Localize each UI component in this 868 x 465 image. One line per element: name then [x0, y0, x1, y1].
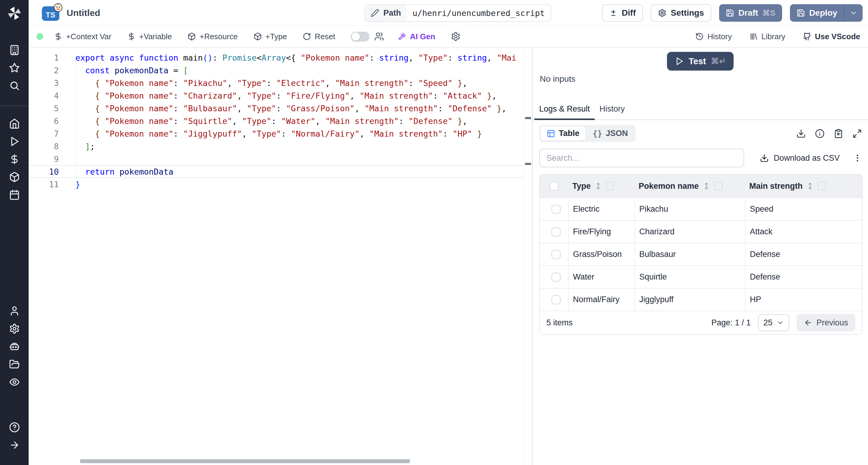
column-filter-toggle[interactable]	[714, 182, 722, 190]
sidebar-item-eye[interactable]	[9, 376, 20, 388]
select-all-checkbox[interactable]	[550, 181, 558, 191]
multiplayer-toggle[interactable]	[351, 32, 370, 41]
add-resource-button[interactable]: +Resource	[187, 32, 238, 41]
row-checkbox[interactable]	[552, 250, 561, 259]
sidebar-lower-group	[9, 299, 20, 394]
gear-icon	[451, 32, 461, 41]
history-icon	[695, 32, 704, 41]
row-checkbox[interactable]	[552, 272, 561, 282]
github-icon	[803, 32, 811, 41]
view-json-button[interactable]: {} JSON	[587, 126, 634, 141]
tab-history[interactable]: History	[595, 101, 629, 120]
code-line-6[interactable]: 6 { "Pokemon name": "Squirtle", "Type": …	[29, 115, 524, 127]
download-icon[interactable]	[796, 129, 806, 138]
view-toggle-row: Table {} JSON	[539, 125, 862, 142]
view-table-button[interactable]: Table	[541, 126, 586, 141]
line-number: 11	[29, 180, 59, 189]
column-filter-toggle[interactable]	[818, 182, 826, 190]
add-variable-button[interactable]: +Variable	[127, 32, 172, 41]
table-row[interactable]: Normal/FairyJigglypuffHP	[540, 288, 862, 311]
sidebar-item-gear[interactable]	[9, 323, 20, 335]
sidebar-item-user[interactable]	[9, 305, 20, 317]
deploy-button[interactable]: Deploy	[790, 4, 844, 22]
table-cell: Fire/Flying	[568, 221, 634, 243]
sidebar-item-arrow-right[interactable]	[9, 439, 20, 451]
table-row[interactable]: ElectricPikachuSpeed	[540, 198, 862, 220]
sidebar-item-folder-open[interactable]	[9, 358, 20, 370]
settings-button[interactable]: Settings	[651, 4, 711, 22]
sort-icon[interactable]	[806, 182, 814, 190]
results-panel: Test ⌘↵ No inputs Logs & Result History	[532, 48, 868, 465]
search-input[interactable]	[539, 149, 744, 167]
code-line-10[interactable]: 10 return pokemonData	[29, 165, 524, 178]
test-button[interactable]: Test ⌘↵	[667, 52, 734, 70]
row-checkbox[interactable]	[552, 227, 561, 236]
table-row[interactable]: Fire/FlyingCharizardAttack	[540, 220, 862, 243]
history-button[interactable]: History	[695, 32, 732, 41]
table-cell: Charizard	[634, 221, 745, 243]
items-count: 5 items	[547, 318, 572, 327]
download-csv-button[interactable]: Download as CSV	[760, 153, 840, 163]
code-line-3[interactable]: 3 { "Pokemon name": "Pikachu", "Type": "…	[29, 77, 524, 89]
tab-logs-result[interactable]: Logs & Result	[534, 101, 595, 120]
page-indicator: Page: 1 / 1	[711, 318, 751, 327]
sidebar-item-help[interactable]	[9, 422, 20, 433]
sort-icon[interactable]	[594, 182, 602, 190]
horizontal-scrollbar[interactable]	[80, 459, 410, 463]
download-csv-label: Download as CSV	[774, 153, 840, 163]
add-context-var-button[interactable]: +Context Var	[54, 32, 112, 41]
gear-icon	[658, 9, 666, 17]
path-control[interactable]: Path u/henri/unencumbered_script	[365, 4, 551, 22]
row-checkbox-cell	[540, 266, 568, 288]
code-editor[interactable]: 1export async function main(): Promise<A…	[29, 48, 532, 465]
code-line-7[interactable]: 7 { "Pokemon name": "Jigglypuff", "Type"…	[29, 127, 524, 140]
windmill-logo-icon[interactable]	[7, 5, 22, 21]
column-filter-toggle[interactable]	[606, 182, 614, 190]
collaborators-icon[interactable]	[374, 32, 384, 41]
sidebar-item-star[interactable]	[9, 62, 20, 74]
deploy-dropdown-button[interactable]	[844, 4, 863, 22]
sidebar-item-package[interactable]	[9, 171, 20, 183]
test-shortcut: ⌘↵	[711, 56, 726, 66]
table-cell: Water	[568, 266, 634, 288]
code-line-4[interactable]: 4 { "Pokemon name": "Charizard", "Type":…	[29, 89, 524, 102]
row-checkbox[interactable]	[552, 205, 561, 214]
table-cell: Normal/Fairy	[568, 289, 634, 311]
sidebar-item-search[interactable]	[9, 80, 20, 91]
more-options-button[interactable]	[853, 153, 862, 163]
diff-button[interactable]: Diff	[602, 4, 643, 22]
editor-settings-button[interactable]	[451, 32, 461, 41]
row-checkbox[interactable]	[552, 295, 561, 304]
clipboard-icon[interactable]	[834, 129, 843, 138]
sidebar-item-building[interactable]	[9, 44, 20, 56]
sidebar-top-group	[9, 38, 20, 98]
table-row[interactable]: WaterSquirtleDefense	[540, 265, 862, 288]
expand-icon[interactable]	[852, 129, 862, 138]
code-lines: 1export async function main(): Promise<A…	[29, 48, 524, 465]
path-value[interactable]: u/henri/unencumbered_script	[407, 5, 551, 21]
sidebar-item-calendar[interactable]	[9, 189, 20, 201]
sort-icon[interactable]	[703, 182, 710, 190]
add-type-button[interactable]: +Type	[253, 32, 287, 41]
sidebar-item-home[interactable]	[9, 118, 20, 129]
sidebar-item-dollar[interactable]	[9, 153, 20, 165]
draft-button[interactable]: Draft ⌘S	[719, 4, 782, 22]
previous-page-button[interactable]: Previous	[797, 314, 855, 331]
sidebar-item-robot[interactable]	[9, 341, 20, 352]
code-line-11[interactable]: 11}	[29, 178, 524, 191]
sidebar-item-play[interactable]	[9, 136, 20, 147]
variable-label: +Variable	[139, 32, 172, 41]
info-icon[interactable]	[815, 129, 825, 138]
page-size-select[interactable]: 25	[758, 314, 789, 331]
code-line-2[interactable]: 2 const pokemonData = [	[29, 64, 524, 77]
code-line-9[interactable]: 9	[29, 153, 524, 165]
ai-gen-button[interactable]: AI Gen	[398, 32, 435, 41]
line-number: 6	[29, 116, 59, 126]
library-button[interactable]: Library	[749, 32, 785, 41]
code-line-5[interactable]: 5 { "Pokemon name": "Bulbasaur", "Type":…	[29, 102, 524, 115]
reset-button[interactable]: Reset	[303, 32, 335, 41]
code-line-1[interactable]: 1export async function main(): Promise<A…	[29, 51, 524, 64]
table-row[interactable]: Grass/PoisonBulbasaurDefense	[540, 243, 862, 265]
use-vscode-button[interactable]: Use VScode	[803, 32, 860, 41]
code-line-8[interactable]: 8 ];	[29, 140, 524, 153]
